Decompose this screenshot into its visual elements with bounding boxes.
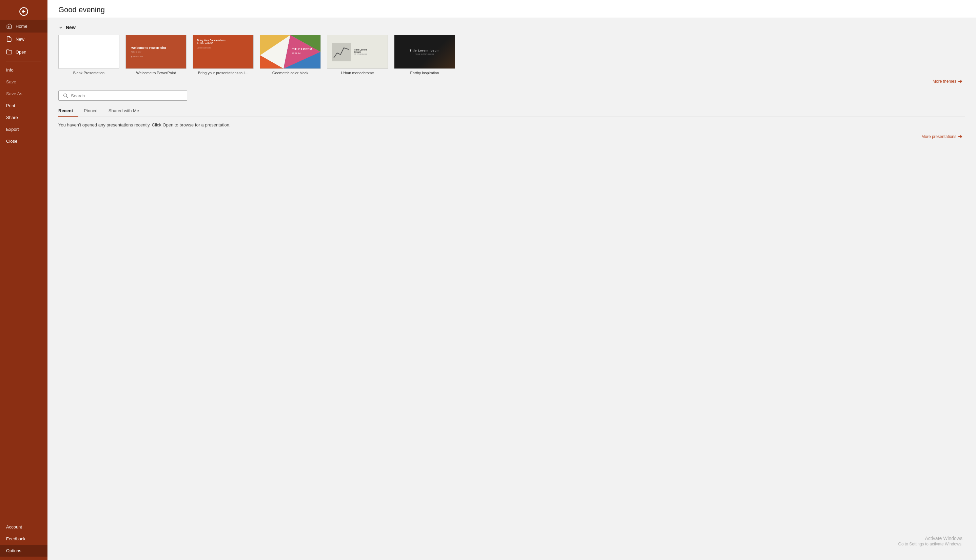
search-box <box>58 90 187 101</box>
more-presentations-link[interactable]: More presentations <box>921 134 963 139</box>
sidebar-item-open[interactable]: Open <box>0 45 47 58</box>
template-earthy-name: Earthy inspiration <box>410 71 439 75</box>
template-geometric[interactable]: TITLE LOREM IPSUM Geometric color block <box>260 35 321 75</box>
search-icon <box>63 93 68 98</box>
sidebar-item-account-label: Account <box>6 524 22 530</box>
more-presentations-arrow-icon <box>958 134 963 139</box>
sidebar-item-save-as[interactable]: Save As <box>0 88 47 100</box>
sidebar-item-save[interactable]: Save <box>0 76 47 88</box>
tabs: Recent Pinned Shared with Me <box>58 105 965 117</box>
more-presentations-label: More presentations <box>921 134 956 139</box>
template-geometric-name: Geometric color block <box>272 71 308 75</box>
tab-recent[interactable]: Recent <box>58 105 78 117</box>
empty-message: You haven't opened any presentations rec… <box>58 122 965 127</box>
main-content: Good evening New Blank Presentation <box>47 0 976 560</box>
sidebar-item-feedback[interactable]: Feedback <box>0 533 47 545</box>
sidebar-item-open-label: Open <box>16 50 27 55</box>
search-input[interactable] <box>71 93 183 98</box>
sidebar-item-save-label: Save <box>6 79 16 84</box>
template-welcome-thumb: Welcome to PowerPoint Take a tour ▶ Star… <box>125 35 187 69</box>
new-section-header: New <box>58 25 965 30</box>
main-body: New Blank Presentation Welcome to PowerP… <box>47 18 976 560</box>
sidebar-item-home[interactable]: Home <box>0 20 47 33</box>
template-urban[interactable]: Title Lorem Ipsum BY YOUR NAME Urban mon… <box>327 35 388 75</box>
template-urban-name: Urban monochrome <box>341 71 374 75</box>
template-bring-thumb: Bring Your Presentationsto Life with 3D … <box>193 35 254 69</box>
sidebar-item-export[interactable]: Export <box>0 123 47 135</box>
more-themes-link[interactable]: More themes <box>933 79 963 84</box>
sidebar-item-account[interactable]: Account <box>0 521 47 533</box>
urban-chart-icon <box>332 43 350 62</box>
sidebar-item-new-label: New <box>16 37 24 42</box>
sidebar-item-new[interactable]: New <box>0 33 47 45</box>
sidebar-item-close[interactable]: Close <box>0 135 47 147</box>
more-themes-label: More themes <box>933 79 956 84</box>
template-bring-name: Bring your presentations to li... <box>198 71 249 75</box>
sidebar-item-share[interactable]: Share <box>0 112 47 123</box>
sidebar-item-options-label: Options <box>6 548 22 553</box>
more-themes-row: More themes <box>58 79 965 84</box>
chevron-down-icon <box>58 25 63 30</box>
template-welcome-name: Welcome to PowerPoint <box>136 71 176 75</box>
more-presentations-row: More presentations <box>58 134 965 139</box>
svg-rect-10 <box>332 43 350 62</box>
back-button[interactable] <box>0 3 47 20</box>
template-blank[interactable]: Blank Presentation <box>58 35 119 75</box>
template-geometric-thumb: TITLE LOREM IPSUM <box>260 35 321 69</box>
svg-text:IPSUM: IPSUM <box>292 52 300 55</box>
sidebar-item-share-label: Share <box>6 115 18 120</box>
template-urban-thumb: Title Lorem Ipsum BY YOUR NAME <box>327 35 388 69</box>
sidebar-item-home-label: Home <box>16 24 27 29</box>
template-grid: Blank Presentation Welcome to PowerPoint… <box>58 35 965 75</box>
template-earthy-thumb: Title Lorem Ipsum YOUR SUBTITLE HERE <box>394 35 455 69</box>
sidebar-item-options[interactable]: Options <box>0 545 47 557</box>
arrow-right-icon <box>958 79 963 84</box>
tab-shared[interactable]: Shared with Me <box>108 105 145 117</box>
svg-point-12 <box>64 94 67 97</box>
template-welcome[interactable]: Welcome to PowerPoint Take a tour ▶ Star… <box>125 35 187 75</box>
template-bring[interactable]: Bring Your Presentationsto Life with 3D … <box>193 35 254 75</box>
new-section-title: New <box>66 25 76 30</box>
sidebar: Home New Open Info Save Save As <box>0 0 47 560</box>
sidebar-item-feedback-label: Feedback <box>6 536 25 542</box>
template-earthy[interactable]: Title Lorem Ipsum YOUR SUBTITLE HERE Ear… <box>394 35 455 75</box>
sidebar-item-print-label: Print <box>6 103 15 108</box>
sidebar-item-save-as-label: Save As <box>6 91 22 96</box>
tab-pinned[interactable]: Pinned <box>84 105 103 117</box>
svg-line-13 <box>67 97 68 98</box>
template-blank-thumb <box>58 35 119 69</box>
sidebar-item-close-label: Close <box>6 138 17 144</box>
search-container <box>58 90 965 101</box>
svg-text:TITLE LOREM: TITLE LOREM <box>292 47 312 51</box>
greeting-text: Good evening <box>58 5 105 14</box>
sidebar-item-info[interactable]: Info <box>0 64 47 76</box>
sidebar-item-export-label: Export <box>6 127 19 132</box>
sidebar-item-info-label: Info <box>6 67 13 73</box>
sidebar-item-print[interactable]: Print <box>0 100 47 112</box>
header: Good evening <box>47 0 976 18</box>
template-blank-name: Blank Presentation <box>73 71 105 75</box>
